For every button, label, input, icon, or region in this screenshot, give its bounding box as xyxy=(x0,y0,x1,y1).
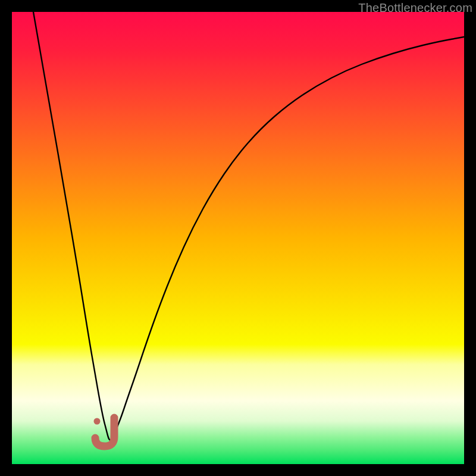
plot-area xyxy=(12,12,464,464)
chart-frame: TheBottlenecker.com xyxy=(0,0,476,476)
bottleneck-curve xyxy=(12,12,464,464)
